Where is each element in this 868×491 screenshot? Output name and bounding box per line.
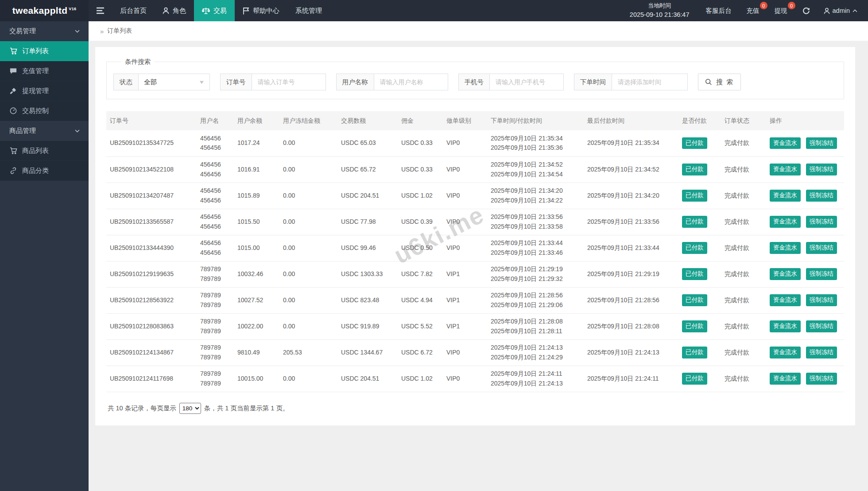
nav-help[interactable]: 帮助中心 (235, 0, 287, 21)
cell-commission: USDC 1.02 (398, 183, 443, 209)
username-line1: 456456 (200, 238, 230, 248)
fund-flow-button[interactable]: 资金流水 (770, 320, 801, 332)
nav-help-label: 帮助中心 (253, 7, 279, 15)
force-freeze-button[interactable]: 强制冻结 (806, 294, 837, 306)
force-freeze-button[interactable]: 强制冻结 (806, 242, 837, 253)
search-button[interactable]: 搜 索 (698, 74, 741, 90)
username-line2: 456456 (200, 143, 230, 153)
comment-icon (9, 68, 17, 74)
cell-level: VIP0 (443, 130, 487, 156)
force-freeze-button[interactable]: 强制冻结 (806, 137, 837, 149)
cell-paid: 已付款 (678, 287, 721, 313)
refresh-button[interactable] (795, 0, 818, 21)
cell-order-no: UB2509102124117698 (106, 366, 197, 392)
cell-actions: 资金流水 强制冻结 (766, 235, 844, 261)
cell-username: 456456 456456 (197, 235, 234, 261)
table-row: UB2509102134522108 456456 456456 1016.91… (106, 156, 844, 183)
order-no-input[interactable] (252, 74, 326, 90)
sidebar-item-withdraw-label: 提现管理 (22, 87, 49, 95)
force-freeze-button[interactable]: 强制冻结 (806, 347, 837, 358)
sidebar-toggle-button[interactable] (89, 0, 112, 21)
order-no-group: 订单号 (220, 74, 326, 90)
force-freeze-button[interactable]: 强制冻结 (806, 320, 837, 332)
withdraw-link[interactable]: 提现 0 (767, 0, 795, 21)
paid-badge: 已付款 (682, 216, 707, 227)
topbar: tweakappltdV16 后台首页 角色 交易 帮助中心 系统管理 当地时间… (0, 0, 868, 21)
pagination-prefix: 共 10 条记录，每页显示 (108, 404, 176, 413)
phone-input[interactable] (489, 74, 564, 90)
cell-balance: 1015.50 (234, 209, 279, 235)
sidebar-item-goods-list[interactable]: 商品列表 (0, 141, 89, 161)
link-icon (9, 167, 17, 174)
pay-time: 2025年09月10日 21:34:54 (491, 170, 580, 179)
search-button-label: 搜 索 (716, 78, 734, 86)
chevron-up-icon (852, 9, 857, 12)
per-page-select[interactable]: 180 (179, 403, 201, 414)
cell-username: 456456 456456 (197, 183, 234, 209)
service-backend-link[interactable]: 客服后台 (698, 0, 739, 21)
fund-flow-button[interactable]: 资金流水 (770, 164, 801, 175)
table-row: UB2509102128563922 789789 789789 10027.5… (106, 287, 844, 313)
cell-username: 456456 456456 (197, 156, 234, 183)
order-time-label: 下单时间 (574, 74, 612, 90)
fund-flow-button[interactable]: 资金流水 (770, 216, 801, 227)
cell-actions: 资金流水 强制冻结 (766, 156, 844, 183)
local-time-label: 当地时间 (648, 2, 671, 10)
order-time: 2025年09月10日 21:28:56 (491, 291, 580, 300)
nav-system[interactable]: 系统管理 (287, 0, 330, 21)
cell-commission: USDC 1.02 (398, 366, 443, 392)
cart-icon (9, 147, 17, 154)
nav-trade[interactable]: 交易 (194, 0, 235, 21)
username-line2: 789789 (200, 274, 230, 284)
sidebar-item-withdraw[interactable]: 提现管理 (0, 81, 89, 101)
fund-flow-button[interactable]: 资金流水 (770, 190, 801, 201)
cell-level: VIP1 (443, 261, 487, 287)
sidebar-item-recharge[interactable]: 充值管理 (0, 61, 89, 81)
sidebar-group-trade[interactable]: 交易管理 (0, 21, 89, 41)
status-select[interactable]: 全部 ▼ (138, 74, 210, 90)
cell-amount: USDC 65.03 (337, 130, 398, 156)
orders-table: 订单号 用户名 用户余额 用户冻结金额 交易数额 佣金 做单级别 下单时间/付款… (106, 111, 844, 392)
fund-flow-button[interactable]: 资金流水 (770, 347, 801, 358)
username-line1: 789789 (200, 369, 230, 379)
cell-status: 完成付款 (721, 235, 766, 261)
cell-balance: 10015.00 (234, 366, 279, 392)
cell-frozen: 0.00 (279, 261, 337, 287)
cell-order-pay-time: 2025年09月10日 21:35:34 2025年09月10日 21:35:3… (487, 130, 584, 156)
force-freeze-button[interactable]: 强制冻结 (806, 268, 837, 280)
sidebar-item-goods-category-label: 商品分类 (22, 167, 49, 175)
cell-status: 完成付款 (721, 366, 766, 392)
cell-last-pay-time: 2025年09月10日 21:34:52 (584, 156, 678, 183)
sidebar-item-goods-category[interactable]: 商品分类 (0, 161, 89, 181)
fund-flow-button[interactable]: 资金流水 (770, 268, 801, 280)
paid-badge: 已付款 (682, 268, 707, 280)
force-freeze-button[interactable]: 强制冻结 (806, 373, 837, 384)
user-icon (163, 7, 169, 14)
sidebar-group-goods[interactable]: 商品管理 (0, 121, 89, 141)
recharge-link[interactable]: 充值 0 (739, 0, 767, 21)
pay-time: 2025年09月10日 21:24:29 (491, 353, 580, 362)
order-time-input[interactable] (612, 74, 688, 90)
order-time: 2025年09月10日 21:33:44 (491, 238, 580, 248)
search-icon (705, 78, 712, 86)
fund-flow-button[interactable]: 资金流水 (770, 294, 801, 306)
breadcrumb-arrows-icon: » (100, 27, 104, 35)
order-time: 2025年09月10日 21:24:11 (491, 369, 580, 379)
force-freeze-button[interactable]: 强制冻结 (806, 164, 837, 175)
fund-flow-button[interactable]: 资金流水 (770, 373, 801, 384)
nav-roles[interactable]: 角色 (155, 0, 194, 21)
nav-home[interactable]: 后台首页 (112, 0, 155, 21)
cell-paid: 已付款 (678, 183, 721, 209)
cell-last-pay-time: 2025年09月10日 21:24:13 (584, 339, 678, 366)
fund-flow-button[interactable]: 资金流水 (770, 242, 801, 253)
sidebar-item-order-list[interactable]: 订单列表 (0, 41, 89, 61)
force-freeze-button[interactable]: 强制冻结 (806, 216, 837, 227)
force-freeze-button[interactable]: 强制冻结 (806, 190, 837, 201)
cell-username: 456456 456456 (197, 209, 234, 235)
cell-username: 789789 789789 (197, 313, 234, 339)
username-input[interactable] (374, 74, 448, 90)
cell-username: 456456 456456 (197, 130, 234, 156)
admin-menu[interactable]: admin (818, 0, 868, 21)
fund-flow-button[interactable]: 资金流水 (770, 137, 801, 149)
sidebar-item-trade-control[interactable]: 交易控制 (0, 101, 89, 121)
